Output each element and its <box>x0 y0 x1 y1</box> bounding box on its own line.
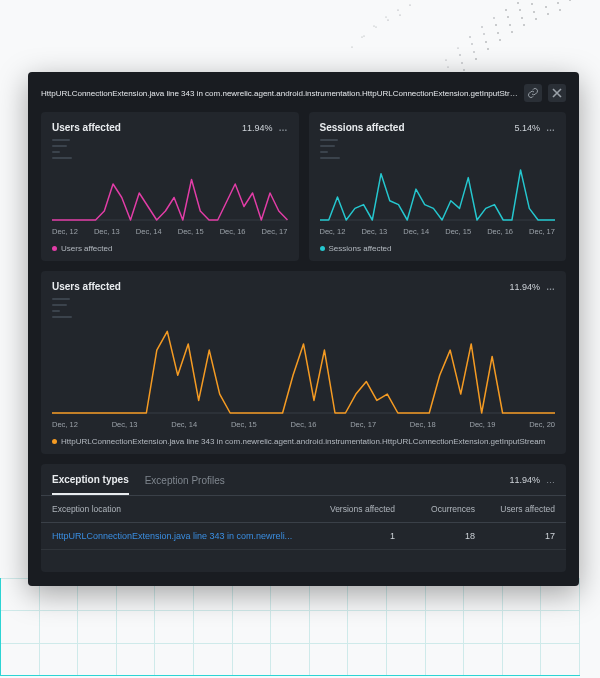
card-title: Sessions affected <box>320 122 405 133</box>
table-pct: 11.94% <box>509 475 540 485</box>
svg-point-55 <box>364 36 365 37</box>
exception-table-card: Exception types Exception Profiles 11.94… <box>41 464 566 572</box>
legend: HttpURLConnectionExtension.java line 343… <box>52 437 555 446</box>
tick-label: Dec, 14 <box>136 227 162 236</box>
tick-label: Dec, 12 <box>52 420 78 429</box>
small-cards-row: Users affected 11.94% … Dec, 12Dec, 13De… <box>41 112 566 261</box>
col-location: Exception location <box>52 504 315 514</box>
cell-versions: 1 <box>315 531 395 541</box>
svg-point-21 <box>473 51 474 52</box>
svg-point-19 <box>497 32 499 34</box>
svg-point-0 <box>559 9 561 11</box>
panel-header: HttpURLConnectionExtension.java line 343… <box>41 84 566 102</box>
tab-exception-types[interactable]: Exception types <box>52 464 129 495</box>
panel-title: HttpURLConnectionExtension.java line 343… <box>41 89 518 98</box>
close-button[interactable] <box>548 84 566 102</box>
svg-point-47 <box>493 17 494 18</box>
x-axis: Dec, 12Dec, 13Dec, 14Dec, 15Dec, 16Dec, … <box>320 227 556 236</box>
tick-label: Dec, 12 <box>320 227 346 236</box>
svg-point-35 <box>471 43 472 44</box>
chart-series <box>52 331 555 413</box>
col-users: Users affected <box>475 504 555 514</box>
link-icon <box>527 87 539 99</box>
legend-label: Sessions affected <box>329 244 392 253</box>
card-menu[interactable]: … <box>546 123 555 133</box>
cell-users: 17 <box>475 531 555 541</box>
svg-point-22 <box>461 62 462 63</box>
svg-point-50 <box>457 47 458 48</box>
svg-point-36 <box>459 54 460 55</box>
svg-point-16 <box>533 11 535 13</box>
chart-series <box>320 170 556 220</box>
svg-point-15 <box>545 6 547 8</box>
svg-point-17 <box>521 17 523 19</box>
svg-point-59 <box>386 17 387 18</box>
tick-label: Dec, 15 <box>178 227 204 236</box>
link-button[interactable] <box>524 84 542 102</box>
cell-occurrences: 18 <box>395 531 475 541</box>
svg-point-32 <box>507 16 509 18</box>
svg-point-45 <box>517 2 519 4</box>
users-chart <box>52 163 288 221</box>
svg-point-4 <box>511 31 513 33</box>
cell-location[interactable]: HttpURLConnectionExtension.java line 343… <box>52 531 315 541</box>
svg-point-37 <box>447 66 448 67</box>
x-axis: Dec, 12Dec, 13Dec, 14Dec, 15Dec, 16Dec, … <box>52 227 288 236</box>
card-title: Users affected <box>52 281 121 292</box>
tab-exception-profiles[interactable]: Exception Profiles <box>145 465 225 494</box>
tick-label: Dec, 14 <box>403 227 429 236</box>
tick-label: Dec, 14 <box>171 420 197 429</box>
svg-point-8 <box>463 69 464 70</box>
svg-point-61 <box>362 37 363 38</box>
svg-point-60 <box>374 26 375 27</box>
card-pct: 5.14% <box>514 123 540 133</box>
svg-point-14 <box>557 2 559 4</box>
users-affected-card: Users affected 11.94% … Dec, 12Dec, 13De… <box>41 112 299 261</box>
sessions-affected-card: Sessions affected 5.14% … Dec, 12Dec, 13… <box>309 112 567 261</box>
svg-point-53 <box>387 19 388 20</box>
tick-label: Dec, 15 <box>445 227 471 236</box>
legend-label: Users affected <box>61 244 112 253</box>
svg-point-5 <box>499 39 501 41</box>
svg-point-2 <box>535 18 537 20</box>
tick-label: Dec, 15 <box>231 420 257 429</box>
svg-point-48 <box>481 26 482 27</box>
table-row: HttpURLConnectionExtension.java line 343… <box>41 523 566 550</box>
legend-dot <box>320 246 325 251</box>
tick-label: Dec, 12 <box>52 227 78 236</box>
svg-point-33 <box>495 24 497 26</box>
svg-point-18 <box>509 24 511 26</box>
svg-point-56 <box>352 47 353 48</box>
svg-point-1 <box>547 13 549 15</box>
tick-label: Dec, 16 <box>291 420 317 429</box>
x-axis: Dec, 12Dec, 13Dec, 14Dec, 15Dec, 16Dec, … <box>52 420 555 429</box>
users-affected-big-card: Users affected 11.94% … Dec, 12Dec, 13De… <box>41 271 566 454</box>
legend-dot <box>52 246 57 251</box>
col-occurrences: Ocurrences <box>395 504 475 514</box>
card-menu[interactable]: … <box>546 282 555 292</box>
card-pct: 11.94% <box>242 123 273 133</box>
svg-point-13 <box>569 0 571 1</box>
tabs: Exception types Exception Profiles 11.94… <box>41 464 566 496</box>
card-menu[interactable]: … <box>279 123 288 133</box>
svg-point-57 <box>409 4 410 5</box>
tick-label: Dec, 16 <box>487 227 513 236</box>
legend-label: HttpURLConnectionExtension.java line 343… <box>61 437 545 446</box>
tick-label: Dec, 13 <box>112 420 138 429</box>
close-icon <box>552 88 562 98</box>
legend-dot <box>52 439 57 444</box>
col-versions: Versions affected <box>315 504 395 514</box>
table-menu[interactable]: … <box>546 475 555 485</box>
placeholder <box>320 139 556 159</box>
svg-point-51 <box>445 59 446 60</box>
placeholder <box>52 298 555 318</box>
big-chart <box>52 322 555 414</box>
svg-point-49 <box>469 36 470 37</box>
tick-label: Dec, 16 <box>220 227 246 236</box>
tick-label: Dec, 17 <box>529 227 555 236</box>
tick-label: Dec, 17 <box>262 227 288 236</box>
svg-point-52 <box>399 14 400 15</box>
dashboard-panel: HttpURLConnectionExtension.java line 343… <box>28 72 579 586</box>
tick-label: Dec, 17 <box>350 420 376 429</box>
legend: Sessions affected <box>320 244 556 253</box>
